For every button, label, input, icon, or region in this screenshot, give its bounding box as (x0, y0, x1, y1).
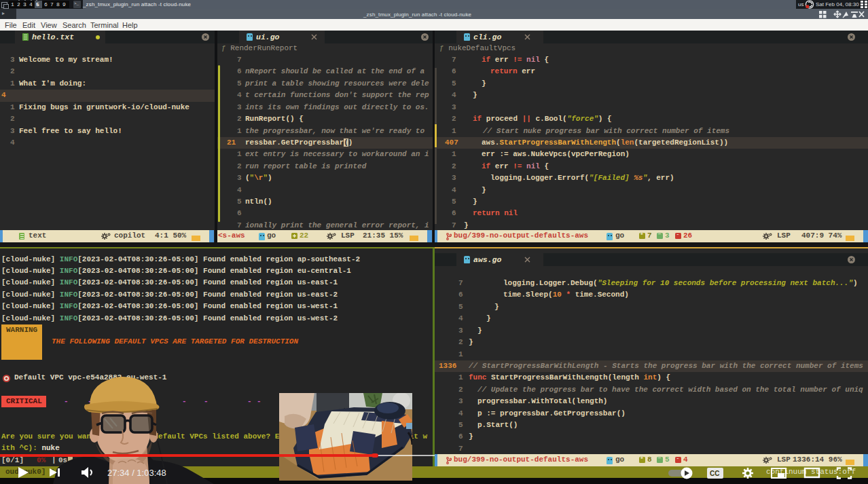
svg-text:CC: CC (710, 470, 719, 477)
